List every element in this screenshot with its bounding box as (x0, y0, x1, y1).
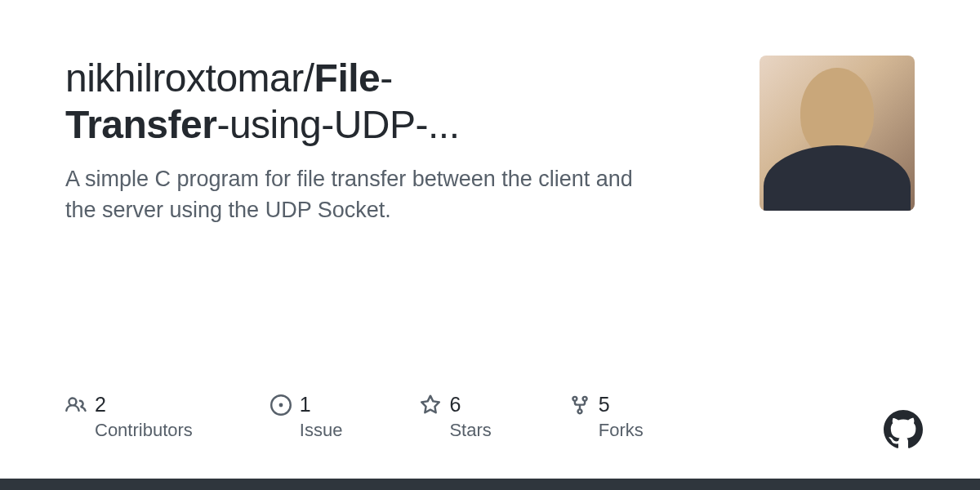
header-row: nikhilroxtomar/File-Transfer-using-UDP-.… (65, 56, 915, 226)
issues-count: 1 (300, 393, 311, 416)
contributors-count: 2 (95, 393, 106, 416)
avatar (760, 56, 915, 211)
repo-name-part1: File (314, 56, 381, 100)
stars-label: Stars (449, 420, 491, 441)
stat-forks: 5 Forks (569, 393, 644, 441)
title-block: nikhilroxtomar/File-Transfer-using-UDP-.… (65, 56, 727, 226)
bottom-bar (0, 479, 980, 490)
repo-description: A simple C program for file transfer bet… (65, 164, 637, 226)
stat-stars: 6 Stars (420, 393, 491, 441)
issue-icon (270, 394, 292, 416)
repo-separator: / (304, 56, 314, 100)
repo-name-part4: UDP (334, 103, 416, 146)
forks-count: 5 (599, 393, 610, 416)
people-icon (65, 394, 87, 416)
stat-issues: 1 Issue (270, 393, 343, 441)
contributors-label: Contributors (95, 420, 193, 441)
star-icon (420, 394, 441, 416)
stats-row: 2 Contributors 1 Issue 6 Stars (65, 393, 644, 441)
forks-label: Forks (599, 420, 644, 441)
repo-name-part2: Transfer (65, 103, 216, 146)
fork-icon (569, 394, 590, 416)
repo-owner: nikhilroxtomar (65, 56, 304, 100)
repo-title: nikhilroxtomar/File-Transfer-using-UDP-.… (65, 56, 727, 148)
stat-contributors: 2 Contributors (65, 393, 193, 441)
repo-card: nikhilroxtomar/File-Transfer-using-UDP-.… (0, 0, 980, 490)
issues-label: Issue (300, 420, 343, 441)
stars-count: 6 (449, 393, 461, 416)
repo-name-part3: using (229, 103, 321, 146)
github-logo-icon (884, 410, 923, 449)
repo-name-suffix: -... (415, 103, 459, 146)
